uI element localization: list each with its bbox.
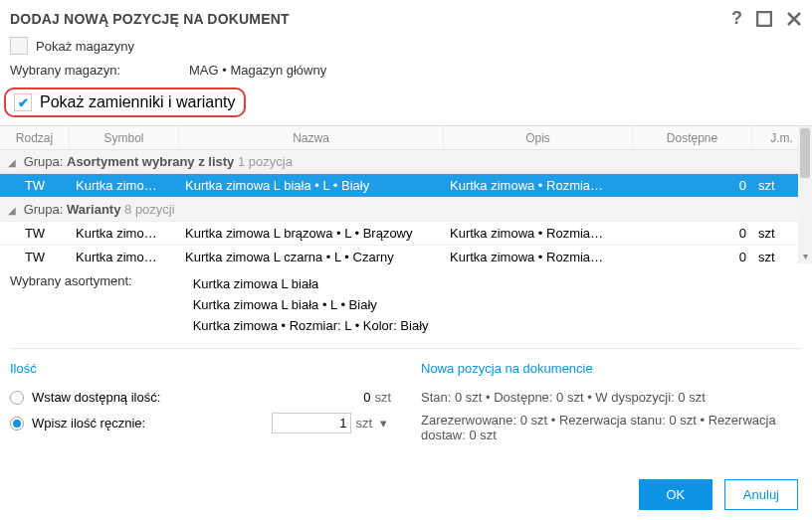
show-warehouses-label: Pokaż magazyny [36,39,134,54]
table-header: Rodzaj Symbol Nazwa Opis Dostępne J.m. [0,126,812,150]
group-row-variants[interactable]: ◢ Grupa: Warianty 8 pozycji [0,198,812,222]
show-variants-checkbox[interactable] [14,93,32,111]
show-variants-highlight: Pokaż zamienniki i warianty [4,87,246,117]
table-row[interactable]: TW Kurtka zimo… Kurtka zimowa L biała • … [0,174,812,198]
dialog-title: DODAJ NOWĄ POZYCJĘ NA DOKUMENT [10,11,290,27]
table-scrollbar[interactable]: ▾ [798,126,812,263]
stock-info-line2: Zarezerwowane: 0 szt • Rezerwacja stanu:… [421,409,802,446]
svg-rect-0 [757,12,771,26]
collapse-icon[interactable]: ◢ [8,157,16,168]
radio-available-qty[interactable] [10,391,24,405]
col-symbol[interactable]: Symbol [70,126,179,149]
col-nazwa[interactable]: Nazwa [179,126,444,149]
divider [10,348,802,349]
items-table: Rodzaj Symbol Nazwa Opis Dostępne J.m. ◢… [0,125,812,267]
table-row[interactable]: TW Kurtka zimo… Kurtka zimowa L brązowa … [0,222,812,246]
qty-section-title: Ilość [10,361,391,376]
selected-warehouse-label: Wybrany magazyn: [10,63,189,78]
show-warehouses-checkbox[interactable] [10,37,28,55]
selected-item-label: Wybrany asortyment: [10,273,189,288]
qty-dropdown-icon[interactable]: ▾ [376,416,391,431]
maximize-icon[interactable] [756,11,772,27]
selected-item-details: Kurtka zimowa L biała Kurtka zimowa L bi… [193,273,429,336]
selected-warehouse-value: MAG • Magazyn główny [189,63,326,78]
table-row[interactable]: TW Kurtka zimo… Kurtka zimowa L czarna •… [0,246,812,267]
group-row-selected[interactable]: ◢ Grupa: Asortyment wybrany z listy 1 po… [0,150,812,174]
help-icon[interactable]: ? [731,8,742,29]
col-dostepne[interactable]: Dostępne [633,126,752,149]
col-rodzaj[interactable]: Rodzaj [0,126,70,149]
stock-info-line1: Stan: 0 szt • Dostępne: 0 szt • W dyspoz… [421,386,802,409]
doc-section-title: Nowa pozycja na dokumencie [421,361,802,376]
collapse-icon[interactable]: ◢ [8,205,16,216]
radio-available-label: Wstaw dostępną ilość: [32,390,160,405]
radio-manual-label: Wpisz ilość ręcznie: [32,416,145,431]
available-qty-value: 0 [363,390,370,405]
show-variants-label: Pokaż zamienniki i warianty [40,93,236,111]
manual-qty-input[interactable] [272,413,351,433]
scrollbar-thumb[interactable] [800,128,810,178]
col-opis[interactable]: Opis [444,126,633,149]
scroll-down-icon[interactable]: ▾ [798,251,812,261]
manual-qty-unit: szt [355,416,372,431]
available-qty-unit: szt [374,390,391,405]
close-icon[interactable] [786,11,802,27]
radio-manual-qty[interactable] [10,417,24,431]
ok-button[interactable]: OK [639,479,712,510]
cancel-button[interactable]: Anuluj [724,479,798,510]
